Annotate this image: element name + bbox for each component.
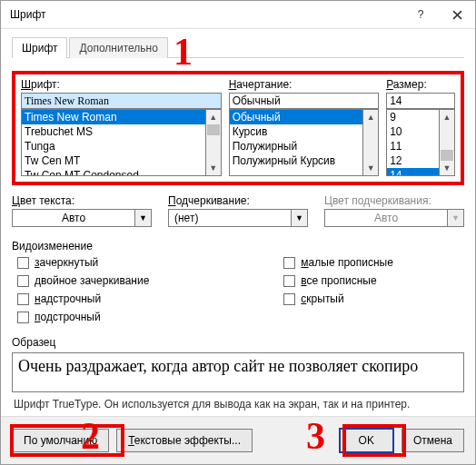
scroll-up-icon[interactable]: ▲ bbox=[363, 110, 378, 124]
list-item[interactable]: 11 bbox=[387, 139, 439, 153]
dialog-body: Шрифт Дополнительно Шрифт: Times New Rom… bbox=[1, 29, 475, 411]
checkbox-box[interactable] bbox=[283, 257, 295, 269]
list-item[interactable]: Полужирный Курсив bbox=[230, 153, 363, 168]
color-select[interactable]: Авто bbox=[12, 209, 135, 227]
list-item[interactable]: Times New Roman bbox=[22, 110, 205, 124]
checkbox-box[interactable] bbox=[17, 257, 29, 269]
checkbox-label: двойное зачеркивание bbox=[35, 274, 149, 287]
list-item[interactable]: 14 bbox=[387, 168, 439, 176]
checkbox-label: зачеркнутый bbox=[35, 256, 98, 269]
ulcolor-label: Цвет подчеркивания: bbox=[324, 194, 464, 207]
scroll-down-icon[interactable]: ▼ bbox=[440, 161, 454, 175]
scroll-up-icon[interactable]: ▲ bbox=[206, 110, 221, 124]
effects-title: Видоизменение bbox=[12, 240, 464, 252]
underline-select-arrow[interactable]: ▼ bbox=[292, 209, 308, 227]
list-item[interactable]: Курсив bbox=[230, 124, 363, 139]
ulcolor-select-arrow: ▼ bbox=[448, 209, 464, 227]
checkbox-dstrike[interactable]: двойное зачеркивание bbox=[17, 274, 149, 287]
style-label: Начертание: bbox=[229, 78, 380, 91]
checkbox-label: малые прописные bbox=[301, 256, 393, 269]
cancel-button[interactable]: Отмена bbox=[402, 429, 464, 452]
list-item[interactable]: 10 bbox=[387, 124, 439, 139]
tab-font[interactable]: Шрифт bbox=[12, 37, 67, 58]
titlebar: Шрифт ? bbox=[1, 1, 475, 29]
size-list-scrollbar[interactable]: ▲ ▼ bbox=[440, 109, 455, 176]
list-item[interactable]: 12 bbox=[387, 153, 439, 168]
size-list[interactable]: 910111214 bbox=[386, 109, 440, 176]
underline-label: Подчеркивание: bbox=[168, 194, 308, 207]
font-input[interactable] bbox=[21, 93, 222, 109]
checkbox-box[interactable] bbox=[17, 312, 29, 323]
size-label: Размер: bbox=[386, 78, 455, 91]
checkbox-box[interactable] bbox=[283, 293, 295, 305]
checkbox-box[interactable] bbox=[283, 275, 295, 287]
checkbox-label: надстрочный bbox=[35, 292, 101, 305]
list-item[interactable]: Tw Cen MT bbox=[22, 153, 205, 168]
style-list-scrollbar[interactable]: ▲ ▼ bbox=[363, 109, 379, 176]
checkbox-label: скрытый bbox=[301, 292, 343, 305]
checkbox-box[interactable] bbox=[17, 293, 29, 305]
scroll-up-icon[interactable]: ▲ bbox=[440, 110, 454, 124]
window-title: Шрифт bbox=[10, 8, 402, 21]
list-item[interactable]: Tunga bbox=[22, 139, 205, 153]
checkbox-label: подстрочный bbox=[35, 311, 101, 323]
help-button[interactable]: ? bbox=[402, 1, 439, 28]
ok-button[interactable]: OK bbox=[339, 428, 394, 453]
color-select-arrow[interactable]: ▼ bbox=[135, 209, 152, 227]
button-bar: По умолчанию Текстовые эффекты... OK Отм… bbox=[1, 416, 475, 464]
checkbox-box[interactable] bbox=[17, 275, 29, 287]
checkbox-hidden[interactable]: скрытый bbox=[283, 292, 393, 305]
checkbox-label: все прописные bbox=[301, 274, 376, 287]
color-label: Цвет текста: bbox=[12, 194, 152, 207]
style-input[interactable] bbox=[229, 93, 380, 109]
text-effects-button[interactable]: Текстовые эффекты... bbox=[116, 429, 253, 452]
list-item[interactable]: 9 bbox=[387, 110, 439, 124]
size-input[interactable] bbox=[386, 93, 455, 109]
style-list[interactable]: ОбычныйКурсивПолужирныйПолужирный Курсив bbox=[229, 109, 364, 176]
list-item[interactable]: Tw Cen MT Condensed bbox=[22, 168, 205, 176]
checkbox-smallcaps[interactable]: малые прописные bbox=[283, 256, 393, 269]
list-item[interactable]: Trebuchet MS bbox=[22, 124, 205, 139]
sample-title: Образец bbox=[12, 336, 464, 349]
scroll-down-icon[interactable]: ▼ bbox=[206, 161, 221, 175]
tab-advanced[interactable]: Дополнительно bbox=[69, 37, 167, 58]
font-dialog: Шрифт ? Шрифт Дополнительно Шрифт: Times… bbox=[0, 0, 476, 465]
checkbox-strike[interactable]: зачеркнутый bbox=[17, 256, 149, 269]
default-button[interactable]: По умолчанию bbox=[12, 429, 109, 452]
close-icon bbox=[452, 10, 462, 20]
effects-group: зачеркнутыйдвойное зачеркиваниенадстрочн… bbox=[17, 256, 464, 323]
annotation-box-1: Шрифт: Times New RomanTrebuchet MSTungaT… bbox=[12, 71, 464, 185]
checkbox-allcaps[interactable]: все прописные bbox=[283, 274, 393, 287]
font-list[interactable]: Times New RomanTrebuchet MSTungaTw Cen M… bbox=[21, 109, 206, 176]
list-item[interactable]: Полужирный bbox=[230, 139, 363, 153]
list-item[interactable]: Обычный bbox=[230, 110, 363, 124]
checkbox-superscr[interactable]: надстрочный bbox=[17, 292, 149, 305]
footnote: Шрифт TrueType. Он используется для выво… bbox=[14, 398, 462, 411]
ulcolor-select: Авто bbox=[324, 209, 448, 227]
checkbox-subscr[interactable]: подстрочный bbox=[17, 311, 149, 323]
sample-preview: Очень раздражает, когда автор сайт не по… bbox=[12, 352, 464, 392]
close-button[interactable] bbox=[439, 1, 475, 28]
font-list-scrollbar[interactable]: ▲ ▼ bbox=[206, 109, 222, 176]
font-label: Шрифт: bbox=[21, 78, 222, 91]
tab-strip: Шрифт Дополнительно bbox=[12, 36, 464, 58]
underline-select[interactable]: (нет) bbox=[168, 209, 292, 227]
scroll-down-icon[interactable]: ▼ bbox=[363, 161, 378, 175]
